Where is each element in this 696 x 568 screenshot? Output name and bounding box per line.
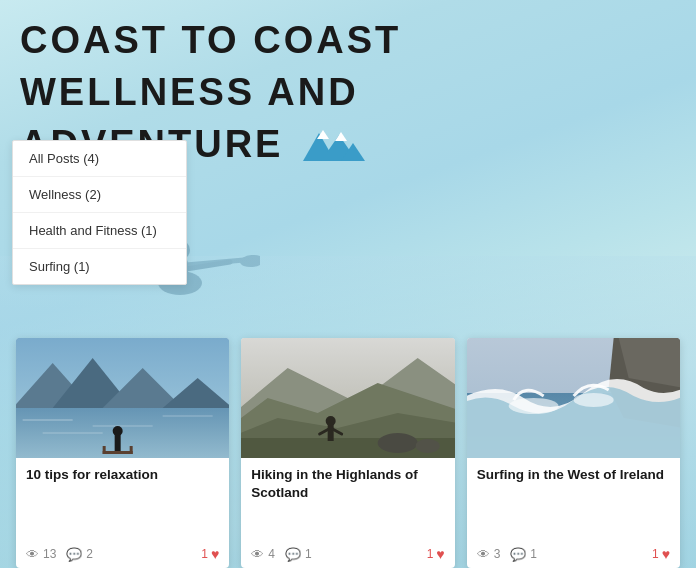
heart-icon-3: ♥	[662, 546, 670, 562]
card-3-footer: 👁 3 💬 1 1 ♥	[477, 546, 670, 562]
card-1-image	[16, 338, 229, 458]
card-2-title: Hiking in the Highlands of Scotland	[251, 466, 444, 502]
card-2-views: 👁 4	[251, 547, 275, 562]
cards-section: 10 tips for relaxation 👁 13 💬 2 1	[0, 338, 696, 568]
svg-point-44	[573, 393, 613, 407]
svg-point-36	[326, 416, 336, 426]
eye-icon-3: 👁	[477, 547, 490, 562]
svg-rect-26	[103, 446, 106, 454]
card-1-title: 10 tips for relaxation	[26, 466, 219, 484]
svg-marker-4	[335, 132, 347, 141]
card-3-like-button[interactable]: 1 ♥	[652, 546, 670, 562]
svg-point-34	[416, 439, 440, 453]
svg-point-43	[508, 398, 558, 414]
heart-icon-2: ♥	[436, 546, 444, 562]
card-2-content: Hiking in the Highlands of Scotland 👁 4 …	[241, 458, 454, 568]
card-1-footer: 👁 13 💬 2 1 ♥	[26, 546, 219, 562]
card-1-comments: 💬 2	[66, 547, 93, 562]
category-dropdown[interactable]: All Posts (4) Wellness (2) Health and Fi…	[12, 140, 187, 285]
card-3-stats: 👁 3 💬 1	[477, 547, 537, 562]
card-3-image	[467, 338, 680, 458]
comment-icon-2: 💬	[285, 547, 301, 562]
card-1-views: 👁 13	[26, 547, 56, 562]
card-3-comments: 💬 1	[510, 547, 537, 562]
svg-point-33	[378, 433, 418, 453]
card-3-content: Surfing in the West of Ireland 👁 3 💬 1	[467, 458, 680, 568]
card-2-comments: 💬 1	[285, 547, 312, 562]
svg-rect-27	[130, 446, 133, 454]
mountain-icon	[291, 125, 371, 163]
card-1-stats: 👁 13 💬 2	[26, 547, 93, 562]
svg-point-7	[240, 254, 260, 268]
title-line-1: COAST TO COAST	[20, 20, 401, 62]
card-1-like-button[interactable]: 1 ♥	[201, 546, 219, 562]
page-container: COAST TO COAST WELLNESS AND ADVENTURE Al…	[0, 0, 696, 568]
comment-icon-3: 💬	[510, 547, 526, 562]
dropdown-item-wellness[interactable]: Wellness (2)	[13, 177, 186, 213]
card-2-footer: 👁 4 💬 1 1 ♥	[251, 546, 444, 562]
dropdown-item-all-posts[interactable]: All Posts (4)	[13, 141, 186, 177]
eye-icon: 👁	[26, 547, 39, 562]
title-line-2: WELLNESS AND	[20, 72, 359, 114]
dropdown-item-surfing[interactable]: Surfing (1)	[13, 249, 186, 284]
card-highlands[interactable]: Hiking in the Highlands of Scotland 👁 4 …	[241, 338, 454, 568]
svg-rect-25	[103, 451, 133, 454]
heart-icon: ♥	[211, 546, 219, 562]
card-2-image	[241, 338, 454, 458]
card-3-views: 👁 3	[477, 547, 501, 562]
svg-point-24	[113, 426, 123, 436]
card-surfing[interactable]: Surfing in the West of Ireland 👁 3 💬 1	[467, 338, 680, 568]
dropdown-item-health-fitness[interactable]: Health and Fitness (1)	[13, 213, 186, 249]
eye-icon-2: 👁	[251, 547, 264, 562]
card-3-title: Surfing in the West of Ireland	[477, 466, 670, 484]
card-2-stats: 👁 4 💬 1	[251, 547, 311, 562]
card-2-like-button[interactable]: 1 ♥	[427, 546, 445, 562]
card-1-content: 10 tips for relaxation 👁 13 💬 2 1	[16, 458, 229, 568]
card-relaxation[interactable]: 10 tips for relaxation 👁 13 💬 2 1	[16, 338, 229, 568]
comment-icon: 💬	[66, 547, 82, 562]
